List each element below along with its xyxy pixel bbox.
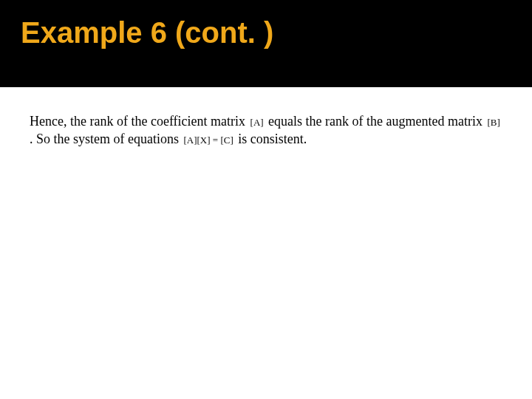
slide-body: Hence, the rank of the coefficient matri… [0, 87, 532, 149]
text-segment-3: . So the system of equations [30, 132, 182, 146]
math-matrix-B: [B] [486, 117, 502, 128]
text-segment-1: Hence, the rank of the coefficient matri… [30, 114, 249, 129]
text-segment-4: is consistent. [238, 132, 307, 146]
text-segment-2: equals the rank of the augmented matrix [268, 114, 485, 129]
math-matrix-A: [A] [249, 117, 265, 128]
math-equation-AXC: [A][X] = [C] [182, 134, 234, 146]
body-paragraph: Hence, the rank of the coefficient matri… [30, 112, 502, 149]
slide-header: Example 6 (cont. ) [0, 0, 532, 87]
slide-title: Example 6 (cont. ) [21, 16, 532, 50]
